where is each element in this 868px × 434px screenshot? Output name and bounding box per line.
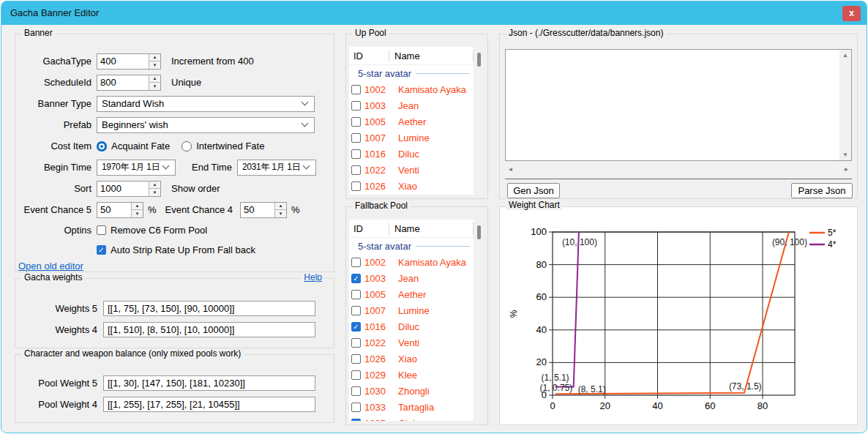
row-name: Jean xyxy=(398,100,474,111)
end-time-select[interactable]: 2031年 1月 1日 xyxy=(237,160,316,176)
svg-text:80: 80 xyxy=(757,400,768,411)
pool-row[interactable]: 1003Jean xyxy=(349,97,474,113)
spin-down-icon[interactable]: ▼ xyxy=(275,210,286,217)
row-checkbox[interactable] xyxy=(351,117,361,127)
pool-row[interactable]: 1007Lumine xyxy=(349,302,474,318)
spin-up-icon[interactable]: ▲ xyxy=(149,54,160,62)
banner-type-select[interactable]: Standard Wish xyxy=(97,96,315,112)
row-checkbox[interactable] xyxy=(351,149,361,159)
remove-c6-checkbox[interactable] xyxy=(97,225,106,235)
json-textarea[interactable] xyxy=(506,50,839,160)
gachatype-spinner[interactable]: 400 ▲▼ xyxy=(97,53,161,70)
scheduleid-spinner[interactable]: 800 ▲▼ xyxy=(97,75,161,91)
svg-text:80: 80 xyxy=(536,259,547,270)
svg-text:60: 60 xyxy=(705,400,715,411)
pool-row[interactable]: 1002Kamisato Ayaka xyxy=(349,254,474,270)
event-chance-5-value[interactable]: 50 xyxy=(97,203,131,217)
row-checkbox[interactable]: ✓ xyxy=(351,322,361,332)
svg-text:40: 40 xyxy=(652,400,662,411)
chevron-down-icon xyxy=(302,99,309,106)
pool-row[interactable]: 1016Diluc xyxy=(349,146,474,162)
row-checkbox[interactable] xyxy=(351,165,361,175)
row-checkbox[interactable] xyxy=(351,258,361,267)
row-name: Kamisato Ayaka xyxy=(398,257,474,268)
spin-down-icon[interactable]: ▼ xyxy=(149,189,160,196)
pool-row[interactable]: 1030Zhongli xyxy=(349,383,474,399)
up-pool-scrollbar[interactable] xyxy=(474,47,484,195)
scheduleid-value[interactable]: 800 xyxy=(97,75,149,90)
title-bar: Gacha Banner Editor x xyxy=(1,1,867,25)
row-id: 1005 xyxy=(364,289,398,300)
weights5-input[interactable]: [[1, 75], [73, 150], [90, 10000]] xyxy=(103,301,315,316)
auto-strip-checkbox[interactable]: ✓ xyxy=(97,245,106,255)
pool-row[interactable]: 1029Klee xyxy=(349,367,474,383)
begin-time-select[interactable]: 1970年 1月 1日 xyxy=(97,160,176,176)
row-checkbox[interactable] xyxy=(351,354,361,364)
sort-value[interactable]: 1000 xyxy=(97,182,149,196)
row-id: 1002 xyxy=(364,84,398,95)
intertwined-fate-label: Intertwined Fate xyxy=(196,141,264,151)
row-checkbox[interactable]: ✓ xyxy=(351,419,361,422)
spin-down-icon[interactable]: ▼ xyxy=(132,210,143,217)
pool-weight5-input[interactable]: [[1, 30], [147, 150], [181, 10230]] xyxy=(103,375,315,391)
intertwined-fate-radio[interactable] xyxy=(182,141,192,151)
spin-up-icon[interactable]: ▲ xyxy=(132,203,143,211)
prefab-select[interactable]: Beginners' wish xyxy=(97,117,315,133)
sort-spinner[interactable]: 1000 ▲▼ xyxy=(97,181,161,197)
scrollbar-thumb[interactable] xyxy=(477,225,481,239)
fallback-pool-scrollbar[interactable] xyxy=(474,220,484,421)
open-old-editor-link[interactable]: Open old editor xyxy=(18,261,83,272)
prefab-row: Prefab Beginners' wish xyxy=(15,114,334,135)
row-checkbox[interactable]: ✓ xyxy=(351,274,361,283)
gachatype-value[interactable]: 400 xyxy=(97,54,149,69)
pool-row[interactable]: 1033Tartaglia xyxy=(349,399,474,415)
row-checkbox[interactable] xyxy=(351,386,361,396)
svg-text:(1, 0.75): (1, 0.75) xyxy=(540,383,573,393)
scrollbar-thumb[interactable] xyxy=(477,53,481,67)
spin-down-icon[interactable]: ▼ xyxy=(149,83,160,90)
row-checkbox[interactable] xyxy=(351,182,361,191)
chevron-down-icon xyxy=(302,120,309,127)
scroll-left-icon[interactable]: ◄ xyxy=(505,164,516,176)
event-chance-4-spinner[interactable]: 50 ▲▼ xyxy=(240,202,287,218)
pool-row[interactable]: 1005Aether xyxy=(349,286,474,302)
json-vertical-scrollbar[interactable]: ▲ ▼ xyxy=(839,50,851,160)
pool-row[interactable]: ✓1016Diluc xyxy=(349,318,474,334)
spin-down-icon[interactable]: ▼ xyxy=(149,61,160,69)
acquaint-fate-radio[interactable] xyxy=(97,141,107,151)
event-chance-5-spinner[interactable]: 50 ▲▼ xyxy=(97,202,143,218)
row-checkbox[interactable] xyxy=(351,403,361,412)
pool-row[interactable]: 1022Venti xyxy=(349,334,474,351)
parse-json-button[interactable]: Parse Json xyxy=(791,183,853,198)
row-checkbox[interactable] xyxy=(351,338,361,348)
balance-group-title: Character and weapon balance (only mixed… xyxy=(21,348,244,359)
gachatype-row: GachaType 400 ▲▼ Increment from 400 xyxy=(15,50,334,72)
scroll-down-icon[interactable]: ▼ xyxy=(839,149,851,160)
spin-up-icon[interactable]: ▲ xyxy=(149,182,160,190)
pool-row[interactable]: 1026Xiao xyxy=(349,351,474,367)
row-checkbox[interactable] xyxy=(351,85,361,94)
close-button[interactable]: x xyxy=(842,6,861,21)
scroll-right-icon[interactable]: ► xyxy=(841,164,852,176)
spin-up-icon[interactable]: ▲ xyxy=(149,75,160,83)
pool-row[interactable]: 1026Xiao xyxy=(349,178,474,194)
row-checkbox[interactable] xyxy=(351,370,361,380)
row-checkbox[interactable] xyxy=(351,101,361,111)
pool-row[interactable]: 1005Aether xyxy=(349,113,474,130)
spin-up-icon[interactable]: ▲ xyxy=(275,203,286,211)
gen-json-button[interactable]: Gen Json xyxy=(507,183,560,198)
row-checkbox[interactable] xyxy=(351,290,361,299)
scroll-up-icon[interactable]: ▲ xyxy=(839,50,851,61)
help-link[interactable]: Help xyxy=(301,272,325,283)
pool-row[interactable]: 1007Lumine xyxy=(349,130,474,146)
row-checkbox[interactable] xyxy=(351,306,361,315)
pool-row[interactable]: 1002Kamisato Ayaka xyxy=(349,81,474,97)
row-checkbox[interactable] xyxy=(351,133,361,143)
pool-row[interactable]: ✓1035Qiqi xyxy=(349,415,474,421)
json-horizontal-scrollbar[interactable]: ◄ ► xyxy=(505,164,852,176)
event-chance-4-value[interactable]: 50 xyxy=(241,203,274,217)
pool-row[interactable]: 1022Venti xyxy=(349,162,474,178)
pool-weight4-input[interactable]: [[1, 255], [17, 255], [21, 10455]] xyxy=(103,397,315,412)
pool-row[interactable]: ✓1003Jean xyxy=(349,270,474,286)
weights4-input[interactable]: [[1, 510], [8, 510], [10, 10000]] xyxy=(103,322,315,337)
